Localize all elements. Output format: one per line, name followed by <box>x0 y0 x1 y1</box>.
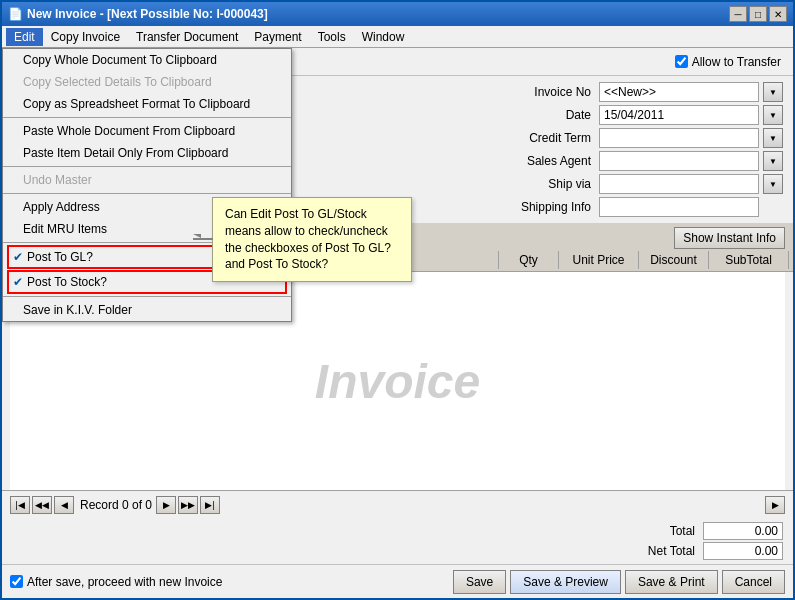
col-discount: Discount <box>639 251 709 269</box>
total-label: Total <box>615 524 695 538</box>
shipping-info-label: Shipping Info <box>521 200 595 214</box>
col-subtotal: SubTotal <box>709 251 789 269</box>
after-save-checkbox[interactable] <box>10 575 23 588</box>
allow-transfer-label: Allow to Transfer <box>692 55 781 69</box>
ship-via-input[interactable] <box>599 174 759 194</box>
title-controls: ─ □ ✕ <box>729 6 787 22</box>
invoice-watermark-text: Invoice <box>315 354 480 409</box>
form-grid: Invoice No ▼ Date ▼ Credit Term ▼ Sales … <box>521 82 783 217</box>
maximize-button[interactable]: □ <box>749 6 767 22</box>
nav-first-button[interactable]: |◀ <box>10 496 30 514</box>
menu-item-edit[interactable]: Edit <box>6 28 43 46</box>
menu-copy-spreadsheet[interactable]: Copy as Spreadsheet Format To Clipboard <box>3 93 291 115</box>
save-preview-button[interactable]: Save & Preview <box>510 570 621 594</box>
menu-paste-whole[interactable]: Paste Whole Document From Clipboard <box>3 120 291 142</box>
nav-bar: |◀ ◀◀ ◀ Record 0 of 0 ▶ ▶▶ ▶| ▶ <box>2 490 793 518</box>
save-print-button[interactable]: Save & Print <box>625 570 718 594</box>
nav-next-next-button[interactable]: ▶▶ <box>178 496 198 514</box>
close-button[interactable]: ✕ <box>769 6 787 22</box>
date-dropdown[interactable]: ▼ <box>763 105 783 125</box>
allow-transfer-checkbox[interactable] <box>675 55 688 68</box>
invoice-no-label: Invoice No <box>521 85 595 99</box>
net-total-label: Net Total <box>615 544 695 558</box>
shipping-info-input[interactable] <box>599 197 759 217</box>
title-bar: 📄 New Invoice - [Next Possible No: I-000… <box>2 2 793 26</box>
net-total-row: Net Total 0.00 <box>615 542 783 560</box>
menu-bar: Edit Copy Invoice Transfer Document Paym… <box>2 26 793 48</box>
window-title: New Invoice - [Next Possible No: I-00004… <box>27 7 268 21</box>
credit-term-label: Credit Term <box>521 131 595 145</box>
nav-record-info: Record 0 of 0 <box>80 498 152 512</box>
menu-copy-selected: Copy Selected Details To Clipboard <box>3 71 291 93</box>
after-save-container: After save, proceed with new Invoice <box>10 575 222 589</box>
date-label: Date <box>521 108 595 122</box>
post-stock-check: ✔ <box>13 275 23 289</box>
col-qty: Qty <box>499 251 559 269</box>
save-button[interactable]: Save <box>453 570 506 594</box>
minimize-button[interactable]: ─ <box>729 6 747 22</box>
action-buttons: Save Save & Preview Save & Print Cancel <box>453 570 785 594</box>
menu-item-tools[interactable]: Tools <box>310 28 354 46</box>
menu-item-transfer[interactable]: Transfer Document <box>128 28 246 46</box>
total-value: 0.00 <box>703 522 783 540</box>
ship-via-label: Ship via <box>521 177 595 191</box>
menu-item-window[interactable]: Window <box>354 28 413 46</box>
date-input[interactable] <box>599 105 759 125</box>
invoice-no-input[interactable] <box>599 82 759 102</box>
total-row: Total 0.00 <box>615 522 783 540</box>
totals-section: Total 0.00 Net Total 0.00 <box>2 518 793 564</box>
tooltip-arrow <box>193 238 213 240</box>
nav-prev-button[interactable]: ◀ <box>54 496 74 514</box>
menu-item-copy-invoice[interactable]: Copy Invoice <box>43 28 128 46</box>
cancel-button[interactable]: Cancel <box>722 570 785 594</box>
menu-undo-master: Undo Master <box>3 169 291 191</box>
nav-right-scroll[interactable]: ▶ <box>765 496 785 514</box>
post-gl-check: ✔ <box>13 250 23 264</box>
sales-agent-dropdown[interactable]: ▼ <box>763 151 783 171</box>
allow-transfer-container: Allow to Transfer <box>675 55 789 69</box>
ship-via-dropdown[interactable]: ▼ <box>763 174 783 194</box>
after-save-label: After save, proceed with new Invoice <box>27 575 222 589</box>
nav-last-button[interactable]: ▶| <box>200 496 220 514</box>
status-bar: After save, proceed with new Invoice Sav… <box>2 564 793 598</box>
window-icon: 📄 <box>8 7 23 21</box>
tooltip-text: Can Edit Post To GL/Stock means allow to… <box>225 207 391 271</box>
net-total-value: 0.00 <box>703 542 783 560</box>
nav-next-button[interactable]: ▶ <box>156 496 176 514</box>
credit-term-dropdown[interactable]: ▼ <box>763 128 783 148</box>
invoice-no-dropdown[interactable]: ▼ <box>763 82 783 102</box>
main-window: 📄 New Invoice - [Next Possible No: I-000… <box>0 0 795 600</box>
nav-prev-prev-button[interactable]: ◀◀ <box>32 496 52 514</box>
menu-save-kiv[interactable]: Save in K.I.V. Folder <box>3 299 291 321</box>
show-instant-info-button[interactable]: Show Instant Info <box>674 227 785 249</box>
sales-agent-input[interactable] <box>599 151 759 171</box>
col-unit-price: Unit Price <box>559 251 639 269</box>
menu-paste-item[interactable]: Paste Item Detail Only From Clipboard <box>3 142 291 164</box>
menu-item-payment[interactable]: Payment <box>246 28 309 46</box>
tooltip-box: Can Edit Post To GL/Stock means allow to… <box>212 197 412 282</box>
credit-term-input[interactable] <box>599 128 759 148</box>
sales-agent-label: Sales Agent <box>521 154 595 168</box>
menu-copy-whole[interactable]: Copy Whole Document To Clipboard <box>3 49 291 71</box>
